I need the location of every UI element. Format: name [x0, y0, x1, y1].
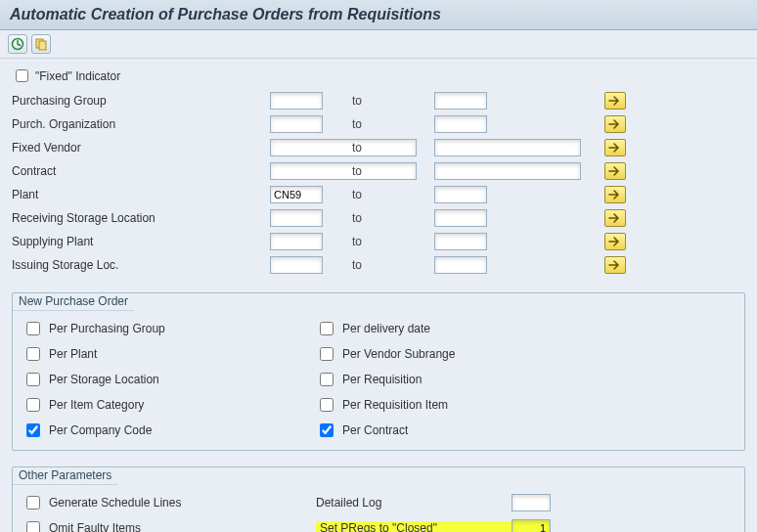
- criteria-from-input[interactable]: [270, 256, 323, 274]
- criteria-to-input[interactable]: [434, 209, 487, 227]
- multiple-selection-button[interactable]: [604, 256, 626, 274]
- criteria-to-input[interactable]: [434, 115, 487, 133]
- criteria-to-input[interactable]: [434, 92, 487, 110]
- po-option[interactable]: Per Contract: [316, 421, 609, 440]
- po-option-checkbox[interactable]: [26, 423, 40, 437]
- criteria-to-input[interactable]: [434, 233, 487, 250]
- clock-execute-icon: [11, 37, 24, 51]
- po-option-checkbox[interactable]: [26, 347, 40, 361]
- po-option-label: Per Plant: [49, 347, 97, 361]
- other-params-title: Other Parameters: [13, 466, 117, 485]
- omit-faulty-items[interactable]: Omit Faulty Items: [22, 518, 316, 532]
- criteria-from-input[interactable]: [270, 92, 323, 110]
- multiple-selection-button[interactable]: [604, 186, 626, 203]
- multiple-selection-button[interactable]: [604, 162, 626, 180]
- fixed-indicator-checkbox[interactable]: [16, 69, 28, 82]
- po-option[interactable]: Per Vendor Subrange: [316, 344, 609, 364]
- execute-button[interactable]: [8, 34, 27, 54]
- omit-faulty-items-label: Omit Faulty Items: [49, 521, 141, 532]
- to-label: to: [352, 235, 430, 248]
- criteria-to-input[interactable]: [434, 256, 487, 274]
- po-option-checkbox[interactable]: [320, 347, 334, 361]
- omit-faulty-items-checkbox[interactable]: [26, 521, 40, 532]
- other-params-body: Generate Schedule Lines Detailed Log Omi…: [13, 485, 744, 532]
- criteria-label: Issuing Storage Loc.: [12, 258, 266, 272]
- to-label: to: [352, 258, 430, 272]
- to-label: to: [352, 211, 430, 225]
- multiple-selection-button[interactable]: [604, 139, 626, 156]
- po-option-label: Per Purchasing Group: [49, 322, 165, 335]
- criteria-row: Receiving Storage Locationto: [12, 206, 745, 230]
- criteria-label: Supplying Plant: [12, 235, 266, 248]
- po-option-label: Per Storage Location: [49, 373, 159, 386]
- po-option-checkbox[interactable]: [26, 373, 40, 386]
- criteria-label: Plant: [12, 188, 266, 201]
- po-option-label: Per Requisition Item: [342, 398, 448, 412]
- arrow-right-icon: [608, 212, 622, 224]
- po-option-checkbox[interactable]: [320, 322, 334, 335]
- new-po-group: New Purchase Order Per Purchasing GroupP…: [12, 292, 745, 451]
- arrow-right-icon: [608, 189, 622, 200]
- generate-schedule-lines-label: Generate Schedule Lines: [49, 496, 181, 510]
- criteria-label: Contract: [12, 164, 266, 178]
- criteria-label: Purch. Organization: [12, 117, 266, 131]
- po-option-label: Per Contract: [342, 423, 408, 437]
- criteria-row: Contractto: [12, 159, 745, 183]
- new-po-title: New Purchase Order: [13, 292, 134, 311]
- to-label: to: [352, 94, 430, 108]
- criteria-row: Purchasing Groupto: [12, 89, 745, 112]
- po-option[interactable]: Per Requisition Item: [316, 395, 609, 415]
- arrow-right-icon: [608, 165, 622, 177]
- criteria-from-input[interactable]: [270, 186, 323, 203]
- generate-schedule-lines-checkbox[interactable]: [26, 496, 40, 510]
- po-option[interactable]: Per Item Category: [22, 395, 316, 415]
- to-label: to: [352, 188, 430, 201]
- fixed-indicator-row: "Fixed" Indicator: [12, 66, 745, 85]
- get-variant-button[interactable]: [31, 34, 51, 54]
- page-title: Automatic Creation of Purchase Orders fr…: [0, 0, 757, 30]
- criteria-to-input[interactable]: [434, 162, 581, 180]
- arrow-right-icon: [608, 259, 622, 271]
- toolbar: [0, 30, 757, 59]
- criteria-from-input[interactable]: [270, 115, 323, 133]
- to-label: to: [352, 141, 430, 155]
- multiple-selection-button[interactable]: [604, 233, 626, 250]
- criteria-to-input[interactable]: [434, 139, 581, 156]
- multiple-selection-button[interactable]: [604, 92, 626, 110]
- po-option[interactable]: Per Purchasing Group: [22, 319, 316, 338]
- criteria-label: Receiving Storage Location: [12, 211, 266, 225]
- po-option[interactable]: Per Company Code: [22, 421, 316, 440]
- criteria-row: Plantto: [12, 183, 745, 206]
- criteria-row: Fixed Vendorto: [12, 136, 745, 159]
- po-option[interactable]: Per Storage Location: [22, 370, 316, 389]
- po-option[interactable]: Per Requisition: [316, 370, 609, 389]
- detailed-log-input[interactable]: [512, 494, 551, 511]
- po-option[interactable]: Per delivery date: [316, 319, 609, 338]
- criteria-row: Supplying Plantto: [12, 230, 745, 253]
- po-option-checkbox[interactable]: [26, 322, 40, 335]
- multiple-selection-button[interactable]: [604, 115, 626, 133]
- po-option-label: Per Requisition: [342, 373, 422, 386]
- po-option-label: Per Company Code: [49, 423, 152, 437]
- criteria-label: Fixed Vendor: [12, 141, 266, 155]
- po-option-checkbox[interactable]: [320, 423, 334, 437]
- criteria-from-input[interactable]: [270, 209, 323, 227]
- po-option-checkbox[interactable]: [320, 398, 334, 412]
- po-option[interactable]: Per Plant: [22, 344, 316, 364]
- selection-screen: "Fixed" Indicator Purchasing GrouptoPurc…: [0, 59, 757, 532]
- criteria-block: Purchasing GrouptoPurch. OrganizationtoF…: [12, 89, 745, 277]
- arrow-right-icon: [608, 95, 622, 107]
- po-option-label: Per Item Category: [49, 398, 144, 412]
- po-option-checkbox[interactable]: [26, 398, 40, 412]
- svg-rect-2: [39, 41, 46, 50]
- set-preqs-closed-input[interactable]: [512, 519, 551, 532]
- criteria-from-input[interactable]: [270, 233, 323, 250]
- criteria-to-input[interactable]: [434, 186, 487, 203]
- variant-icon: [34, 37, 48, 51]
- multiple-selection-button[interactable]: [604, 209, 626, 227]
- to-label: to: [352, 117, 430, 131]
- detailed-log-label: Detailed Log: [316, 496, 512, 510]
- set-preqs-closed-label: Set PReqs to "Closed": [316, 521, 512, 532]
- generate-schedule-lines[interactable]: Generate Schedule Lines: [22, 493, 316, 512]
- po-option-checkbox[interactable]: [320, 373, 334, 386]
